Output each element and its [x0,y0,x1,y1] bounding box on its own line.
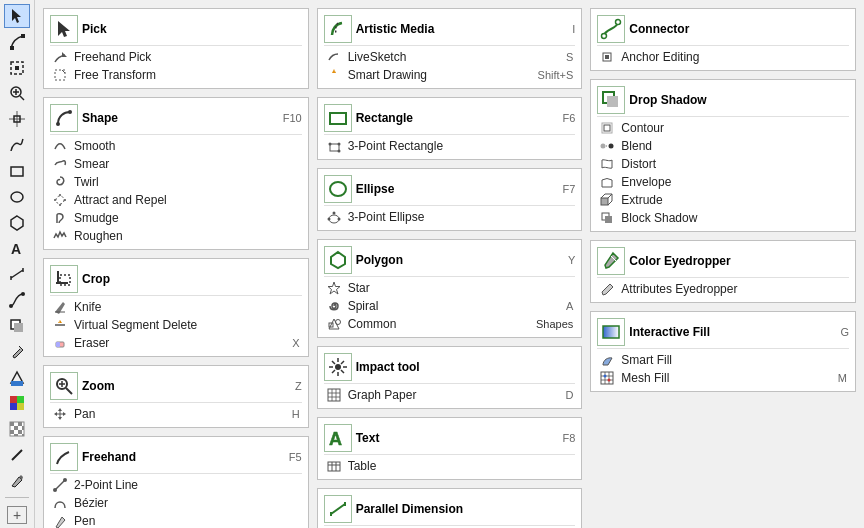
toolbar-text[interactable]: A [4,236,30,260]
toolbar-pen[interactable] [4,469,30,493]
toolbar-node[interactable] [4,30,30,54]
toolbar-dimension[interactable] [4,262,30,286]
eraser-shortcut: X [292,337,299,349]
blockshadow-label: Block Shadow [621,211,847,225]
common-shapes-item[interactable]: Common Shapes [324,315,576,333]
fill-group-icon[interactable] [597,318,625,346]
rect-group: Rectangle F6 3-Point Rectangle [317,97,583,160]
knife-item[interactable]: Knife [50,298,302,316]
smartdraw-item[interactable]: ! Smart Drawing Shift+S [324,66,576,84]
toolbar-polygon[interactable] [4,211,30,235]
svg-point-85 [335,364,341,370]
3ptrect-item[interactable]: 3-Point Rectangle [324,137,576,155]
distort-item[interactable]: Distort [597,155,849,173]
svg-rect-30 [18,422,22,426]
svg-line-96 [331,504,345,514]
shape-group-icon[interactable] [50,104,78,132]
toolbar-eyedropper[interactable] [4,340,30,364]
smudge-item[interactable]: Smudge [50,209,302,227]
envelope-item[interactable]: Envelope [597,173,849,191]
toolbar-freehand[interactable] [4,133,30,157]
blend-item[interactable]: Blend [597,137,849,155]
svg-rect-112 [605,55,609,59]
text-group-icon[interactable]: A [324,424,352,452]
free-transform-item[interactable]: Free Transform [50,66,302,84]
toolbar-guides[interactable] [4,107,30,131]
pan-item[interactable]: Pan H [50,405,302,423]
distort-icon [599,156,615,172]
pick-title: Pick [82,22,298,36]
toolbar-add-button[interactable]: + [7,506,27,524]
toolbar-fill[interactable] [4,366,30,390]
2pt-icon [52,477,68,493]
svg-text:A: A [11,241,21,257]
artistic-group-icon[interactable] [324,15,352,43]
svg-rect-115 [604,125,610,131]
toolbar-connector[interactable] [4,288,30,312]
rect-group-icon[interactable] [324,104,352,132]
2pt-item[interactable]: 2-Point Line [50,476,302,494]
star-item[interactable]: Star [324,279,576,297]
pick-group-header: Pick [50,13,302,46]
toolbar-pick[interactable] [4,4,30,28]
crop-group-icon[interactable] [50,265,78,293]
toolbar-ellipse[interactable] [4,185,30,209]
freehand-group-icon[interactable] [50,443,78,471]
spiral-item[interactable]: Spiral A [324,297,576,315]
smooth-item[interactable]: Smooth [50,137,302,155]
toolbar-zoom[interactable] [4,81,30,105]
blockshadow-item[interactable]: Block Shadow [597,209,849,227]
zoom-group-icon[interactable] [50,372,78,400]
freehand-pick-item[interactable]: Freehand Pick [50,48,302,66]
livesketch-item[interactable]: LiveSketch S [324,48,576,66]
envelope-icon [599,174,615,190]
meshfill-item[interactable]: Mesh Fill M [597,369,849,387]
svg-rect-35 [22,434,24,436]
toolbar-rect[interactable] [4,159,30,183]
twirl-item[interactable]: Twirl [50,173,302,191]
toolbar-checker[interactable] [4,417,30,441]
anchor-item[interactable]: Anchor Editing [597,48,849,66]
vsd-label: Virtual Segment Delete [74,318,300,332]
extrude-item[interactable]: Extrude [597,191,849,209]
bezier-item[interactable]: Bézier [50,494,302,512]
toolbar-color[interactable] [4,391,30,415]
connector-group-icon[interactable] [597,15,625,43]
attreye-item[interactable]: Attributes Eyedropper [597,280,849,298]
eraser-item[interactable]: Eraser X [50,334,302,352]
impact-title: Impact tool [356,360,572,374]
twirl-label: Twirl [74,175,300,189]
zoom-shortcut: Z [295,380,302,392]
attreye-label: Attributes Eyedropper [621,282,847,296]
polygon-group-icon[interactable] [324,246,352,274]
dropshadow-group-icon[interactable] [597,86,625,114]
column-2: Artistic Media I LiveSketch S ! Smart Dr… [317,8,583,520]
pen-item[interactable]: Pen [50,512,302,528]
toolbar-brush[interactable] [4,443,30,467]
graphpaper-item[interactable]: Graph Paper D [324,386,576,404]
smartfill-item[interactable]: Smart Fill [597,351,849,369]
attract-item[interactable]: Attract and Repel [50,191,302,209]
toolbar-transform[interactable] [4,56,30,80]
graphpaper-label: Graph Paper [348,388,560,402]
text-group: A Text F8 Table [317,417,583,480]
svg-point-67 [337,150,340,153]
roughen-item[interactable]: Roughen [50,227,302,245]
svg-rect-114 [607,96,618,107]
bezier-label: Bézier [74,496,300,510]
smear-item[interactable]: Smear [50,155,302,173]
pen-icon [52,513,68,528]
table-item[interactable]: Table [324,457,576,475]
contour-item[interactable]: Contour [597,119,849,137]
ellipse-group-icon[interactable] [324,175,352,203]
dimension-group-icon[interactable] [324,495,352,523]
3ptellipse-item[interactable]: 3-Point Ellipse [324,208,576,226]
impact-group-icon[interactable] [324,353,352,381]
toolbar-dropshadow[interactable] [4,314,30,338]
pick-group-icon[interactable] [50,15,78,43]
freehand-title: Freehand [82,450,285,464]
vsd-item[interactable]: ! Virtual Segment Delete [50,316,302,334]
svg-point-71 [337,218,340,221]
freehand-group: Freehand F5 2-Point Line Bézier Pen [43,436,309,528]
eyedropper-group-icon[interactable] [597,247,625,275]
